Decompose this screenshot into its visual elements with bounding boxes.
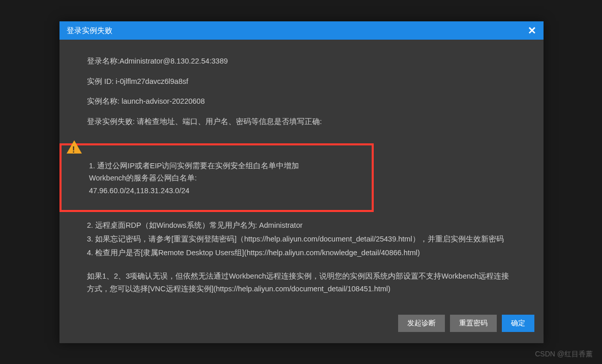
step-2: 2. 远程桌面RDP（如Windows系统）常见用户名为: Administra… — [87, 219, 516, 232]
watermark-text: CSDN @红目香薰 — [535, 350, 593, 359]
info-block: 登录名称:Administrator@8.130.22.54:3389 实例 I… — [87, 55, 516, 128]
login-failure-modal: 登录实例失败 ✕ 登录名称:Administrator@8.130.22.54:… — [59, 21, 544, 343]
login-name-line: 登录名称:Administrator@8.130.22.54:3389 — [87, 55, 516, 68]
confirm-button[interactable]: 确定 — [502, 315, 534, 332]
step-4: 4. 检查用户是否[隶属Remote Desktop Users组](https… — [87, 247, 516, 259]
modal-body: 登录名称:Administrator@8.130.22.54:3389 实例 I… — [59, 40, 544, 306]
modal-title: 登录实例失败 — [67, 26, 112, 36]
close-icon[interactable]: ✕ — [528, 25, 536, 36]
fail-msg-line: 登录实例失败: 请检查地址、端口、用户名、密码等信息是否填写正确: — [87, 115, 516, 128]
modal-header: 登录实例失败 ✕ — [59, 21, 544, 40]
instance-id-line: 实例 ID: i-0jlflm27davcz6l9a8sf — [87, 75, 516, 88]
steps-block: 2. 远程桌面RDP（如Windows系统）常见用户名为: Administra… — [87, 219, 516, 259]
instance-name-line: 实例名称: launch-advisor-20220608 — [87, 95, 516, 108]
highlight-line-2: Workbench的服务器公网白名单: — [89, 172, 362, 185]
reset-password-button[interactable]: 重置密码 — [450, 315, 497, 332]
highlight-box: 1. 通过公网IP或者EIP访问实例需要在实例安全组白名单中增加 Workben… — [59, 143, 374, 213]
step-3: 3. 如果忘记密码，请参考[重置实例登陆密码]（https://help.ali… — [87, 233, 516, 246]
modal-footer: 发起诊断 重置密码 确定 — [59, 306, 544, 343]
diagnose-button[interactable]: 发起诊断 — [398, 315, 445, 332]
highlight-line-3: 47.96.60.0/24,118.31.243.0/24 — [89, 185, 362, 197]
summary-text: 如果1、2、3项确认无误，但依然无法通过Workbench远程连接实例，说明您的… — [87, 270, 516, 295]
summary-block: 如果1、2、3项确认无误，但依然无法通过Workbench远程连接实例，说明您的… — [87, 270, 516, 295]
warning-triangle-icon — [67, 140, 82, 154]
highlight-line-1: 1. 通过公网IP或者EIP访问实例需要在实例安全组白名单中增加 — [89, 160, 362, 172]
